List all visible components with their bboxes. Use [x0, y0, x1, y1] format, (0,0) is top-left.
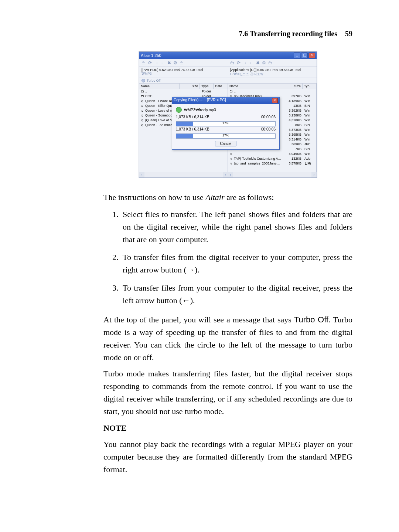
section-title: 7.6 Transferring recording files: [239, 30, 337, 38]
progress-percent-2: 17%: [222, 133, 229, 137]
step-1: Select files to transfer. The left panel…: [120, 208, 352, 246]
copy-dialog: Copying File(s)…… [PVR < PC] × ₩MP3₩free…: [172, 97, 280, 150]
body-text: The instructions on how to use Altair ar…: [103, 191, 352, 476]
turbo-off-inline: Turbo Off: [294, 315, 328, 324]
page-number: 59: [345, 30, 352, 38]
turbo-label: Turbo Off: [147, 79, 161, 82]
arrow-left-icon[interactable]: →: [154, 60, 158, 65]
progress-percent-1: 17%: [222, 121, 229, 125]
turbo-toggle[interactable]: Turbo Off: [139, 78, 317, 84]
col-typ[interactable]: Typ: [303, 84, 316, 89]
intro-app-name: Altair: [205, 193, 224, 202]
step-2: To transfer files from the digital recei…: [120, 251, 352, 276]
dialog-file-name: ₩MP3₩freely.mp3: [184, 108, 216, 112]
window-title: Altair 1.250: [141, 53, 161, 58]
list-item[interactable]: 🗀..: [228, 89, 316, 94]
scroll-right-icon[interactable]: ›: [223, 172, 228, 177]
screenshot-window: Altair 1.250 _ ▢ × 🗀 ⟳ → ← ✖ ⚙ 🗀 🗀 ⟳ → ←: [139, 51, 317, 178]
scroll-left-icon[interactable]: ‹: [228, 172, 233, 177]
titlebar: Altair 1.250 _ ▢ ×: [139, 52, 317, 59]
new-folder-icon[interactable]: 🗀: [180, 60, 184, 65]
list-item[interactable]: ♫tap_and_samples_2005June03.zip3,578KB압축: [228, 161, 316, 166]
right-subpath: C:₩00_소스 관리소₩: [230, 72, 314, 77]
note-body: You cannot play back the recordings with…: [103, 438, 352, 476]
left-caption: [PVR HDD] 5.62 GB Free/ 74.53 GB Total: [141, 68, 226, 72]
new-folder-icon[interactable]: 🗀: [268, 60, 273, 65]
running-header: 7.6 Transferring recording files 59: [103, 30, 352, 38]
arrow-right-icon[interactable]: ←: [161, 60, 165, 65]
col-size[interactable]: Size: [180, 84, 200, 89]
scroll-right-icon[interactable]: ›: [311, 172, 317, 177]
turbo-para-pre: At the top of the panel, you will see a …: [103, 315, 294, 324]
progress-bar-1: 17%: [176, 121, 276, 126]
delete-icon[interactable]: ✖: [167, 60, 171, 65]
dialog-time-2: 00:00:06: [257, 127, 276, 131]
dialog-kb-1: 1,073 KB / 6,314 KB: [176, 115, 255, 119]
bottom-scroll: ‹ › ‹ ›: [139, 172, 317, 177]
list-item[interactable]: ♫5,049KBWin: [228, 152, 316, 156]
maximize-icon[interactable]: ▢: [301, 52, 308, 58]
file-progress-icon: [176, 107, 182, 113]
minimize-icon[interactable]: _: [294, 52, 300, 58]
cancel-button[interactable]: Cancel: [215, 141, 236, 146]
left-subpath: ₩MP3: [141, 72, 226, 75]
folder-icon[interactable]: 🗀: [230, 60, 235, 65]
refresh-icon[interactable]: ⟳: [237, 60, 241, 65]
note-heading: NOTE: [103, 422, 352, 434]
intro-pre: The instructions on how to use: [103, 193, 205, 202]
right-caption: [Applications (C:)] 6.86 GB Free/ 19.53 …: [230, 68, 314, 72]
step-3: To transfer files from your computer to …: [120, 282, 352, 307]
dialog-time-1: 00:00:06: [257, 115, 276, 119]
arrow-left-icon[interactable]: →: [243, 60, 247, 65]
turbo-indicator-icon[interactable]: [141, 79, 145, 82]
col-name[interactable]: Name: [228, 84, 282, 89]
scroll-left-icon[interactable]: ‹: [139, 172, 144, 177]
col-size[interactable]: Size: [282, 84, 303, 89]
settings-icon[interactable]: ⚙: [173, 60, 177, 65]
refresh-icon[interactable]: ⟳: [148, 60, 152, 65]
col-type[interactable]: Type: [200, 84, 214, 89]
arrow-right-icon[interactable]: ←: [249, 60, 254, 65]
dialog-kb-2: 1,073 KB / 6,314 KB: [176, 127, 255, 131]
list-item[interactable]: ♫TAP( Topfield's Customizing API) v1.22.…: [228, 156, 316, 161]
dialog-title: Copying File(s)…… [PVR < PC]: [174, 98, 226, 103]
close-icon[interactable]: ×: [308, 52, 315, 58]
col-name[interactable]: Name: [139, 84, 180, 89]
close-icon[interactable]: ×: [272, 98, 278, 103]
toolbar: 🗀 ⟳ → ← ✖ ⚙ 🗀 🗀 ⟳ → ← ✖ ⚙ 🗀: [139, 59, 317, 67]
list-item[interactable]: 🗀..Folder: [139, 89, 228, 94]
intro-tail: are as follows:: [225, 193, 274, 202]
progress-bar-2: 17%: [176, 133, 276, 139]
folder-icon[interactable]: 🗀: [141, 60, 146, 65]
turbo-para-2: Turbo mode makes transferring files fast…: [103, 367, 352, 418]
delete-icon[interactable]: ✖: [256, 60, 260, 65]
settings-icon[interactable]: ⚙: [262, 60, 266, 65]
col-date[interactable]: Date: [214, 84, 228, 89]
